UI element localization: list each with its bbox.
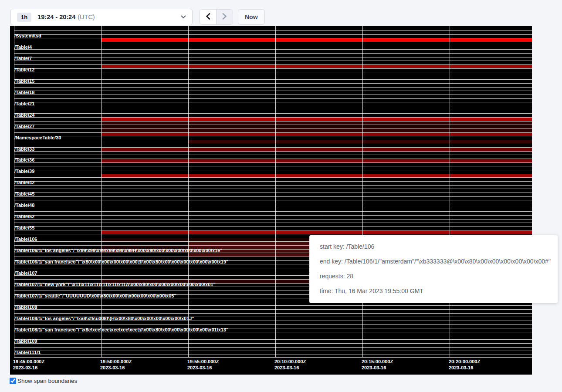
heatmap-row[interactable] — [14, 72, 532, 76]
heatmap-row[interactable] — [14, 181, 532, 185]
heatmap-row[interactable] — [14, 159, 532, 162]
heatmap-cell[interactable] — [188, 140, 532, 144]
heatmap-row[interactable] — [14, 53, 532, 57]
heatmap-row[interactable] — [14, 64, 532, 68]
heatmap-row[interactable] — [14, 125, 532, 128]
heatmap-row[interactable] — [14, 189, 532, 193]
heatmap-row[interactable] — [14, 42, 532, 46]
heatmap-cell[interactable] — [101, 38, 532, 42]
tooltip-end-key: end key: /Table/106/1/"amsterdam"/"\xb33… — [320, 254, 547, 269]
heatmap-cell[interactable] — [101, 129, 532, 132]
heatmap-row[interactable] — [14, 34, 532, 38]
heatmap-row[interactable] — [14, 151, 532, 155]
heatmap-row[interactable] — [14, 91, 532, 95]
heatmap-row-label: /Table/48 — [14, 203, 34, 208]
heatmap-cell[interactable] — [101, 148, 532, 151]
heatmap-row[interactable] — [14, 113, 532, 117]
heatmap-row-label: /System/tsd — [14, 33, 41, 39]
nav-back-button[interactable] — [200, 10, 217, 24]
heatmap-cell[interactable] — [101, 230, 532, 234]
heatmap-row-label: /Table/108/1/"san francisco"/"\x8c\xcc\x… — [14, 327, 228, 333]
heatmap-row[interactable] — [14, 98, 532, 102]
heatmap-row[interactable] — [14, 351, 532, 355]
heatmap-row[interactable] — [14, 230, 532, 234]
heatmap-gridline — [362, 26, 363, 357]
heatmap-row-label: /Table/108/1/"los angeles"/"\xa8\xf5\u00… — [14, 316, 194, 321]
heatmap-row[interactable] — [14, 79, 532, 83]
heatmap-row[interactable] — [14, 200, 532, 204]
span-tooltip: start key: /Table/106 end key: /Table/10… — [309, 235, 558, 303]
heatmap-row[interactable] — [14, 355, 532, 358]
heatmap-row[interactable] — [14, 177, 532, 181]
heatmap-row[interactable] — [14, 121, 532, 125]
time-range-label: 19:24 - 20:24 — [37, 14, 75, 20]
heatmap-row[interactable] — [14, 174, 532, 178]
heatmap-row[interactable] — [14, 110, 532, 114]
duration-chip: 1h — [17, 13, 31, 22]
nav-forward-button[interactable] — [217, 10, 233, 24]
heatmap-row[interactable] — [14, 305, 532, 309]
heatmap-row-label: /Table/52 — [14, 214, 34, 220]
key-visualizer-heatmap[interactable]: /System/tsd/Table/4/Table/7/Table/12/Tab… — [10, 26, 532, 375]
heatmap-row[interactable] — [14, 309, 532, 313]
heatmap-row[interactable] — [14, 144, 532, 148]
heatmap-row[interactable] — [14, 83, 532, 87]
heatmap-row[interactable] — [14, 193, 532, 196]
heatmap-axis-label: 19:55:00.000Z2023-03-16 — [187, 358, 219, 371]
heatmap-row[interactable] — [14, 170, 532, 174]
heatmap-row[interactable] — [14, 347, 532, 351]
heatmap-row[interactable] — [14, 147, 532, 151]
heatmap-row[interactable] — [14, 132, 532, 136]
heatmap-row[interactable] — [14, 87, 532, 91]
heatmap-row[interactable] — [14, 57, 532, 61]
heatmap-row[interactable] — [14, 46, 532, 50]
heatmap-row[interactable] — [14, 76, 532, 80]
heatmap-row[interactable] — [14, 223, 532, 226]
heatmap-row[interactable] — [14, 343, 532, 347]
heatmap-cell[interactable] — [101, 159, 532, 162]
heatmap-row[interactable] — [14, 162, 532, 166]
heatmap-row[interactable] — [14, 219, 532, 223]
heatmap-row[interactable] — [14, 61, 532, 64]
heatmap-row[interactable] — [14, 204, 532, 208]
heatmap-row[interactable] — [14, 38, 532, 42]
tooltip-start-key: start key: /Table/106 — [320, 239, 547, 254]
heatmap-row[interactable] — [14, 136, 532, 140]
show-span-boundaries-checkbox[interactable] — [10, 378, 16, 384]
heatmap-row[interactable] — [14, 102, 532, 106]
heatmap-row-label: /Table/107 — [14, 270, 37, 276]
heatmap-row[interactable] — [14, 211, 532, 215]
heatmap-row[interactable] — [14, 336, 532, 340]
now-button[interactable]: Now — [238, 9, 265, 25]
heatmap-cell[interactable] — [101, 174, 532, 178]
time-range-selector[interactable]: 1h 19:24 - 20:24 (UTC) — [10, 9, 193, 25]
heatmap-row[interactable] — [14, 196, 532, 200]
heatmap-row[interactable] — [14, 208, 532, 212]
heatmap-row[interactable] — [14, 185, 532, 189]
heatmap-row-label: /Table/107/1/"seattle"/"UUUUUUD\x00\x80\… — [14, 293, 176, 299]
heatmap-row[interactable] — [14, 49, 532, 53]
heatmap-cell[interactable] — [101, 125, 532, 128]
heatmap-cell[interactable] — [101, 122, 532, 125]
heatmap-row[interactable] — [14, 128, 532, 132]
heatmap-row[interactable] — [14, 106, 532, 110]
heatmap-row[interactable] — [14, 166, 532, 170]
heatmap-row[interactable] — [14, 30, 532, 34]
heatmap-row[interactable] — [14, 68, 532, 72]
heatmap-row[interactable] — [14, 215, 532, 219]
heatmap-row-label: /Table/42 — [14, 180, 34, 186]
heatmap-row-label: /Table/36 — [14, 157, 34, 163]
heatmap-row-label: /Table/107/1/"new york"/"\x11\x11\x11\x1… — [14, 282, 216, 287]
heatmap-cell[interactable] — [101, 65, 532, 68]
heatmap-row-label: /Table/108 — [14, 304, 37, 310]
heatmap-row[interactable] — [14, 95, 532, 98]
heatmap-cell[interactable] — [101, 133, 532, 136]
checkbox-label[interactable]: Show span boundaries — [17, 378, 77, 384]
heatmap-cell[interactable] — [101, 118, 532, 121]
heatmap-row[interactable] — [14, 226, 532, 230]
heatmap-row[interactable] — [14, 339, 532, 343]
utc-suffix: (UTC) — [78, 14, 95, 20]
heatmap-row[interactable] — [14, 140, 532, 144]
heatmap-row[interactable] — [14, 155, 532, 159]
heatmap-row[interactable] — [14, 117, 532, 121]
